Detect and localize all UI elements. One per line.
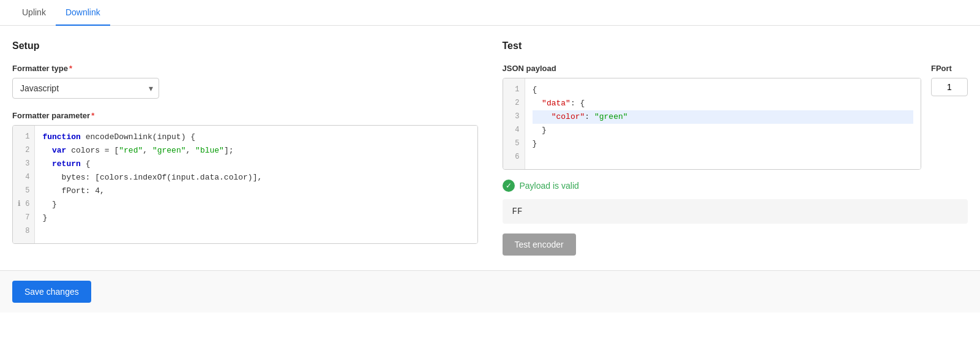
- tab-bar: Uplink Downlink: [0, 0, 980, 26]
- fport-input[interactable]: [931, 78, 968, 96]
- fport-label: FPort: [931, 64, 968, 73]
- payload-row: JSON payload 1 2 3 4 5 6 {: [503, 64, 968, 180]
- status-row: ✓ Payload is valid: [503, 180, 968, 192]
- json-line-num-1: 1: [503, 83, 525, 97]
- json-payload-label: JSON payload: [503, 64, 922, 73]
- payload-editor-wrap: JSON payload 1 2 3 4 5 6 {: [503, 64, 922, 180]
- setup-title: Setup: [12, 40, 478, 51]
- code-line-1: function encodeDownlink(input) {: [42, 131, 469, 144]
- formatter-type-select-wrapper: Javascript CayenneLPP None ▾: [12, 78, 159, 99]
- json-line-1: {: [533, 83, 914, 97]
- code-line-5: fPort: 4,: [42, 184, 469, 198]
- json-line-4: }: [533, 124, 914, 137]
- code-editor[interactable]: 1 2 3 4 5 ℹ 6 7 8 function encodeDownlin…: [12, 125, 478, 244]
- line-num-7: 7: [13, 211, 34, 225]
- output-box: FF: [503, 199, 968, 224]
- json-line-6: [533, 151, 914, 164]
- fport-wrap: FPort: [931, 64, 968, 96]
- line-numbers: 1 2 3 4 5 ℹ 6 7 8: [13, 126, 35, 243]
- test-encoder-button[interactable]: Test encoder: [503, 233, 576, 256]
- line-num-5: 5: [13, 184, 34, 198]
- valid-icon: ✓: [503, 180, 515, 192]
- left-panel: Setup Formatter type* Javascript Cayenne…: [12, 40, 478, 256]
- right-panel: Test JSON payload 1 2 3 4 5 6: [503, 40, 968, 256]
- test-title: Test: [503, 40, 968, 51]
- formatter-param-label: Formatter parameter*: [12, 111, 478, 120]
- formatter-type-label: Formatter type*: [12, 64, 478, 73]
- tab-downlink[interactable]: Downlink: [56, 0, 110, 26]
- line-num-3: 3: [13, 158, 34, 171]
- tab-uplink[interactable]: Uplink: [12, 0, 56, 26]
- code-lines: 1 2 3 4 5 ℹ 6 7 8 function encodeDownlin…: [13, 126, 477, 243]
- json-line-3: "color": "green": [533, 110, 914, 124]
- json-content[interactable]: { "data": { "color": "green" } }: [525, 78, 921, 169]
- code-line-3: return {: [42, 158, 469, 171]
- json-line-num-5: 5: [503, 137, 525, 151]
- line-num-2: 2: [13, 144, 34, 158]
- code-line-6: }: [42, 198, 469, 211]
- line-num-1: 1: [13, 131, 34, 144]
- save-changes-button[interactable]: Save changes: [12, 281, 91, 303]
- json-line-num-6: 6: [503, 151, 525, 164]
- json-line-5: }: [533, 137, 914, 151]
- code-line-4: bytes: [colors.indexOf(input.data.color)…: [42, 171, 469, 184]
- code-line-2: var colors = ["red", "green", "blue"];: [42, 144, 469, 158]
- test-bottom-bar: Test encoder: [503, 233, 968, 256]
- code-line-7: }: [42, 211, 469, 225]
- json-line-numbers: 1 2 3 4 5 6: [503, 78, 525, 169]
- json-line-num-4: 4: [503, 124, 525, 137]
- json-line-2: "data": {: [533, 97, 914, 110]
- json-code-lines: 1 2 3 4 5 6 { "data": { "color": "green": [503, 78, 921, 169]
- code-line-8: [42, 225, 469, 238]
- status-text: Payload is valid: [520, 181, 579, 191]
- line-num-6: ℹ 6: [13, 198, 34, 211]
- code-content[interactable]: function encodeDownlink(input) { var col…: [35, 126, 477, 243]
- main-content: Setup Formatter type* Javascript Cayenne…: [0, 26, 980, 270]
- json-editor[interactable]: 1 2 3 4 5 6 { "data": { "color": "green": [503, 78, 922, 170]
- line-num-8: 8: [13, 225, 34, 238]
- json-line-num-3: 3: [503, 110, 525, 124]
- formatter-type-select[interactable]: Javascript CayenneLPP None: [12, 78, 159, 99]
- bottom-bar: Save changes: [0, 270, 980, 313]
- line-num-4: 4: [13, 171, 34, 184]
- json-line-num-2: 2: [503, 97, 525, 110]
